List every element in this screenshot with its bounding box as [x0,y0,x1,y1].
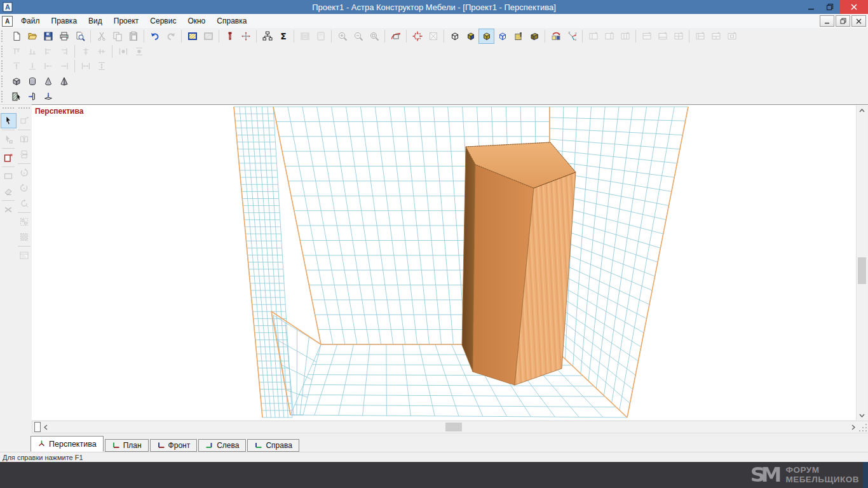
horizontal-scrollbar[interactable] [32,421,868,433]
material-clear-button [200,29,216,44]
group-select-icon [19,217,29,227]
coordinate-axes-button[interactable]: zyx [564,29,580,44]
vertical-panel-button[interactable] [24,89,40,104]
close-window-button[interactable] [839,0,868,14]
tab-perspective[interactable]: Перспектива [31,436,104,452]
menu-справка[interactable]: Справка [211,15,252,27]
report-blank-button [313,29,329,44]
orbit-view-button[interactable] [388,29,403,44]
menu-сервис[interactable]: Сервис [144,15,182,27]
sigma-button[interactable]: Σ [275,29,291,44]
toolbar-gripper[interactable] [3,107,14,112]
toolbar-gripper[interactable] [1,91,6,102]
new-panel-button[interactable] [1,150,17,165]
new-document-button[interactable] [8,29,24,44]
scroll-down-icon[interactable] [857,410,867,420]
box-closed-icon [529,31,539,41]
vertical-scrollbar[interactable] [856,105,867,420]
cube-wireframe-button[interactable] [447,29,463,44]
viewport: Перспектива [32,104,868,432]
scroll-up-icon[interactable] [857,105,867,115]
toolbar-group [8,58,72,74]
print-button[interactable] [56,29,72,44]
center-view-button[interactable] [409,29,425,44]
menubar: А ФайлПравкаВидПроектСервисОкноСправка [0,14,868,29]
toolbar-group [8,89,57,104]
menu-окно[interactable]: Окно [182,15,211,27]
box-fittings-button[interactable] [510,29,526,44]
menu-вид[interactable]: Вид [83,15,108,27]
texture-assign-button[interactable] [548,29,564,44]
toolbar-group [446,29,543,44]
cube-transparent-button[interactable] [494,29,510,44]
no-region-button [425,29,441,44]
screw-button[interactable] [222,29,238,44]
fit-width-icon [81,61,91,71]
menu-правка[interactable]: Правка [46,15,83,27]
toolbar-gripper[interactable] [1,60,6,72]
scroll-left-icon[interactable] [41,422,50,432]
print-preview-button[interactable] [72,29,88,44]
pane-grid-icon [674,31,684,41]
scroll-right-icon[interactable] [848,422,858,432]
toolbar-group [8,29,88,44]
toolbar-gripper[interactable] [1,46,6,57]
tool-column-transform [17,107,32,263]
toolbar-gripper[interactable] [18,107,30,112]
redo-button [163,29,179,44]
resize-grip-icon[interactable] [858,422,868,432]
menu-файл[interactable]: Файл [15,15,46,27]
undo-button[interactable] [147,29,163,44]
delete-cross-icon [3,205,13,215]
minimize-window-button[interactable] [801,0,820,14]
mdi-restore-button[interactable] [836,15,850,27]
align-bottom-icon [27,46,37,57]
watermark-line1: ФОРУМ [785,465,819,475]
box-closed-button[interactable] [526,29,542,44]
toolbar-separator [444,30,444,43]
restore-window-button[interactable] [820,0,839,14]
primitive-pyramid-button[interactable] [56,74,72,89]
toolbar-gripper[interactable] [1,30,6,42]
svg-text:x: x [574,37,576,41]
material-fill-icon [187,31,198,41]
primitive-cylinder-button[interactable] [24,74,40,89]
horizontal-panel-button[interactable] [40,89,56,104]
select-cursor-button[interactable] [1,113,17,128]
report-page-button [297,29,313,44]
save-button[interactable] [40,29,56,44]
mdi-minimize-button[interactable] [820,15,834,27]
primitive-cube-button[interactable] [8,74,24,89]
no-region-icon [428,31,438,41]
fitting-arrows-button[interactable] [238,29,254,44]
toolbar-group [409,29,442,44]
tab-left[interactable]: Слева [198,439,246,452]
wall-panel-button[interactable] [8,89,24,104]
3d-scene[interactable] [32,105,856,420]
structure-tree-button[interactable] [259,29,275,44]
tab-right[interactable]: Справа [247,439,299,452]
primitive-cone-button[interactable] [40,74,56,89]
horizontal-scroll-thumb[interactable] [445,423,462,431]
horizontal-scroll-track[interactable] [50,422,848,432]
vertical-scroll-thumb[interactable] [858,257,866,284]
pane-splitter-handle[interactable] [34,422,41,432]
mdi-close-button[interactable] [851,15,866,27]
cube-solid-button[interactable] [463,29,478,44]
pane-split-h-button [617,29,633,44]
3d-canvas[interactable]: Перспектива [32,105,856,420]
tab-plan[interactable]: План [105,439,149,452]
toolbar-gripper[interactable] [1,76,6,87]
cube-transparent-icon [498,31,508,41]
fitting-arrows-icon [241,31,251,41]
tab-front[interactable]: Фронт [150,439,198,452]
space-horizontal-button [115,44,131,59]
toolbar-align-2 [0,58,868,74]
toolbar-group [296,29,329,44]
material-fill-button[interactable] [184,29,200,44]
open-folder-button[interactable] [24,29,40,44]
cube-textured-button[interactable] [478,29,494,44]
center-vertical-icon [97,46,107,57]
menu-проект[interactable]: Проект [108,15,145,27]
mdi-document-icon[interactable]: А [2,16,13,27]
